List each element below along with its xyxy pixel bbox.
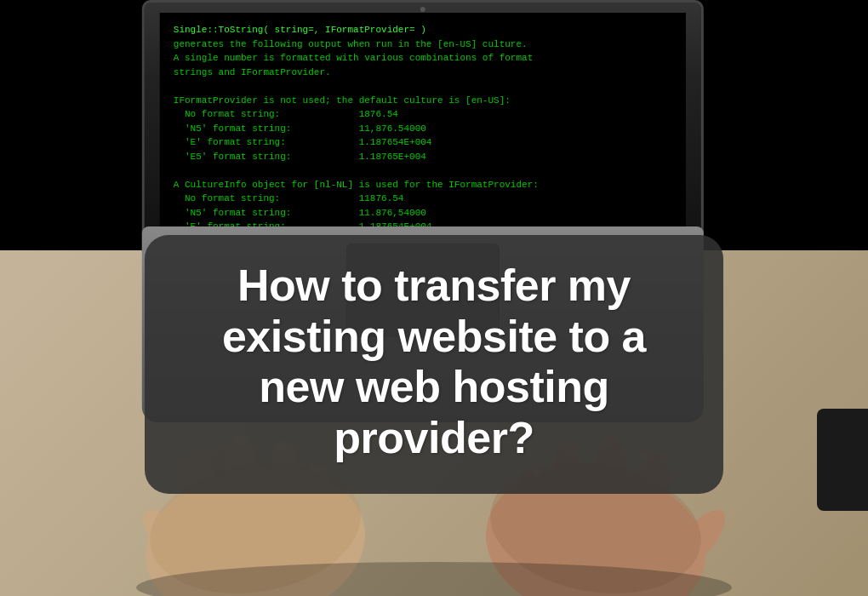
question-text: How to transfer my existing website to a… [183, 261, 685, 464]
webcam-dot [420, 7, 425, 12]
side-device [817, 409, 868, 511]
laptop-display: Single::ToString( string=, IFormatProvid… [160, 13, 686, 238]
laptop-screen-panel: Single::ToString( string=, IFormatProvid… [142, 0, 704, 255]
scene-container: Single::ToString( string=, IFormatProvid… [0, 0, 868, 596]
terminal-output: Single::ToString( string=, IFormatProvid… [160, 13, 686, 238]
question-overlay: How to transfer my existing website to a… [145, 235, 723, 494]
